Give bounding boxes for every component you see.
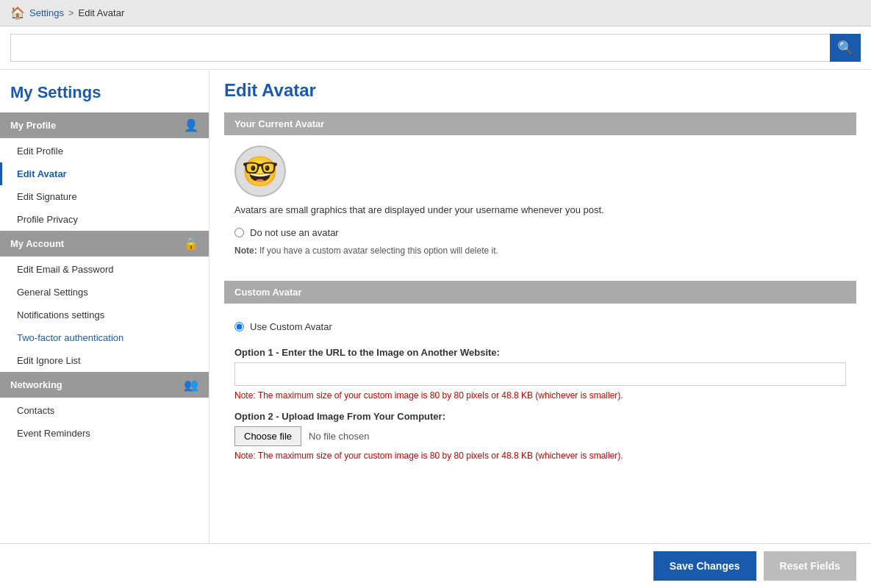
- search-icon: 🔍: [837, 40, 853, 56]
- sidebar-section-my-profile: My Profile 👤: [0, 112, 209, 138]
- sidebar: My Settings My Profile 👤 Edit Profile Ed…: [0, 70, 209, 588]
- no-avatar-note: Note: If you have a custom avatar select…: [224, 243, 856, 266]
- spacer: [224, 476, 856, 520]
- search-bar: 🔍: [0, 26, 871, 70]
- sidebar-item-general-settings[interactable]: General Settings: [0, 281, 209, 304]
- sidebar-section-networking: Networking 👥: [0, 372, 209, 398]
- sidebar-section-networking-label: Networking: [10, 379, 62, 390]
- option1-label: Option 1 - Enter the URL to the Image on…: [234, 347, 846, 358]
- sidebar-item-edit-profile[interactable]: Edit Profile: [0, 140, 209, 162]
- custom-avatar-header: Custom Avatar: [224, 281, 856, 304]
- sidebar-item-edit-ignore-list[interactable]: Edit Ignore List: [0, 349, 209, 372]
- choose-file-button[interactable]: Choose file: [234, 426, 301, 446]
- sidebar-item-edit-avatar[interactable]: Edit Avatar: [0, 162, 209, 185]
- sidebar-item-event-reminders[interactable]: Event Reminders: [0, 422, 209, 445]
- sidebar-item-two-factor[interactable]: Two-factor authentication: [0, 326, 209, 349]
- custom-avatar-section: Custom Avatar Use Custom Avatar Option 1…: [224, 281, 856, 461]
- sidebar-section-label: My Profile: [10, 120, 56, 131]
- current-avatar-header: Your Current Avatar: [224, 112, 856, 135]
- breadcrumb-separator: >: [68, 7, 74, 18]
- lock-icon: 🔒: [184, 237, 198, 251]
- upload-row: Choose file No file chosen: [234, 426, 846, 446]
- reset-fields-button[interactable]: Reset Fields: [764, 551, 856, 581]
- option2-note: Note: The maximum size of your custom im…: [234, 451, 846, 461]
- use-custom-row[interactable]: Use Custom Avatar: [234, 314, 846, 340]
- sidebar-item-edit-signature[interactable]: Edit Signature: [0, 185, 209, 208]
- no-avatar-label: Do not use an avatar: [250, 227, 339, 238]
- note-text-content: If you have a custom avatar selecting th…: [259, 245, 498, 256]
- no-avatar-option[interactable]: Do not use an avatar: [224, 223, 856, 243]
- no-file-text: No file chosen: [309, 431, 369, 442]
- content-area: Edit Avatar Your Current Avatar 🤓 Avatar…: [209, 70, 871, 588]
- sidebar-item-edit-email-password[interactable]: Edit Email & Password: [0, 258, 209, 281]
- use-custom-radio[interactable]: [234, 322, 244, 331]
- current-avatar-section: Your Current Avatar 🤓 Avatars are small …: [224, 112, 856, 266]
- option2-label: Option 2 - Upload Image From Your Comput…: [234, 411, 846, 422]
- page-title: Edit Avatar: [224, 80, 856, 101]
- avatar-face-icon: 🤓: [242, 154, 279, 189]
- bottom-bar: Save Changes Reset Fields: [0, 543, 871, 588]
- no-avatar-radio[interactable]: [234, 228, 244, 237]
- person-icon: 👤: [184, 118, 198, 132]
- sidebar-item-contacts[interactable]: Contacts: [0, 399, 209, 422]
- url-input[interactable]: [234, 362, 846, 386]
- breadcrumb-root[interactable]: Settings: [29, 7, 64, 18]
- custom-avatar-inner: Use Custom Avatar Option 1 - Enter the U…: [224, 314, 856, 461]
- avatar-description: Avatars are small graphics that are disp…: [224, 204, 856, 223]
- breadcrumb-current: Edit Avatar: [79, 7, 125, 18]
- search-input[interactable]: [10, 34, 830, 62]
- use-custom-label: Use Custom Avatar: [250, 321, 332, 332]
- breadcrumb-bar: 🏠 Settings > Edit Avatar: [0, 0, 871, 26]
- main-layout: My Settings My Profile 👤 Edit Profile Ed…: [0, 70, 871, 588]
- sidebar-item-notifications-settings[interactable]: Notifications settings: [0, 304, 209, 326]
- sidebar-section-my-account: My Account 🔒: [0, 231, 209, 257]
- home-icon: 🏠: [10, 6, 25, 20]
- sidebar-item-profile-privacy[interactable]: Profile Privacy: [0, 208, 209, 231]
- search-button[interactable]: 🔍: [830, 34, 861, 62]
- option1-note: Note: The maximum size of your custom im…: [234, 390, 846, 401]
- sidebar-section-account-label: My Account: [10, 238, 64, 249]
- note-label: Note:: [234, 245, 257, 256]
- avatar-image: 🤓: [234, 146, 286, 197]
- sidebar-title: My Settings: [0, 77, 209, 112]
- networking-icon: 👥: [184, 378, 198, 392]
- save-changes-button[interactable]: Save Changes: [653, 551, 756, 581]
